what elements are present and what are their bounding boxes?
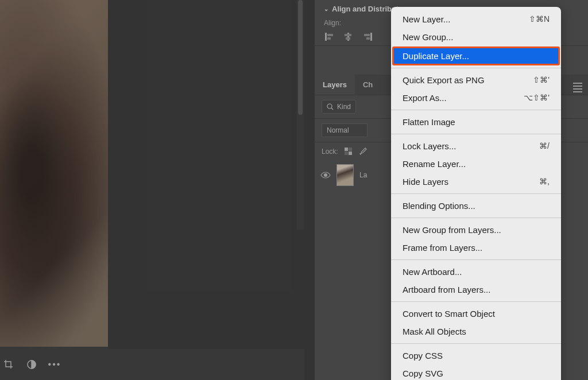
menu-separator — [391, 134, 561, 134]
svg-rect-3 — [349, 152, 352, 155]
menu-item-label: New Group from Layers... — [403, 224, 501, 236]
menu-item-new-artboard[interactable]: New Artboard... — [391, 263, 561, 281]
svg-rect-4 — [349, 148, 352, 151]
menu-item-shortcut: ⇧⌘' — [533, 75, 550, 86]
scrollbar-thumb[interactable] — [298, 0, 303, 115]
menu-item-label: Flatten Image — [403, 116, 455, 128]
menu-item-label: Convert to Smart Object — [403, 308, 495, 320]
menu-separator — [391, 259, 561, 260]
svg-point-1 — [327, 104, 332, 108]
menu-item-quick-export-as-png[interactable]: Quick Export as PNG⇧⌘' — [391, 71, 561, 89]
menu-item-frame-from-layers[interactable]: Frame from Layers... — [391, 239, 561, 257]
svg-point-6 — [324, 174, 327, 177]
lock-brush-icon[interactable] — [359, 147, 368, 156]
visibility-icon[interactable] — [320, 172, 331, 179]
menu-separator — [391, 218, 561, 218]
menu-item-label: Rename Layer... — [403, 158, 466, 170]
menu-item-label: New Group... — [403, 31, 453, 43]
align-left-icon[interactable] — [325, 33, 335, 41]
panel-menu-icon[interactable] — [573, 83, 582, 92]
canvas-background — [108, 0, 315, 380]
menu-item-mask-all-objects[interactable]: Mask All Objects — [391, 323, 561, 340]
kind-filter[interactable]: Kind — [322, 100, 356, 114]
menu-separator — [391, 343, 561, 344]
menu-item-label: Export As... — [403, 92, 447, 104]
layer-thumbnail[interactable] — [336, 164, 354, 186]
menu-item-label: Quick Export as PNG — [403, 74, 485, 86]
svg-rect-5 — [345, 152, 348, 155]
menu-item-artboard-from-layers[interactable]: Artboard from Layers... — [391, 281, 561, 298]
chevron-down-icon: ⌄ — [324, 6, 328, 12]
menu-separator — [391, 193, 561, 194]
scrollbar-vertical[interactable] — [297, 0, 304, 230]
menu-separator — [391, 110, 561, 110]
menu-item-rename-layer[interactable]: Rename Layer... — [391, 155, 561, 173]
menu-separator — [391, 301, 561, 302]
lock-label: Lock: — [322, 148, 338, 156]
lock-icons — [344, 147, 368, 156]
menu-item-export-as[interactable]: Export As...⌥⇧⌘' — [391, 89, 561, 107]
menu-item-convert-to-smart-object[interactable]: Convert to Smart Object — [391, 305, 561, 323]
more-icon[interactable]: ••• — [49, 359, 60, 370]
menu-item-label: Duplicate Layer... — [403, 50, 469, 62]
menu-item-copy-css[interactable]: Copy CSS — [391, 347, 561, 365]
menu-item-label: Blending Options... — [403, 200, 475, 212]
blend-mode-select[interactable]: Normal — [322, 123, 368, 137]
menu-item-shortcut: ⌘, — [539, 176, 550, 188]
menu-item-lock-layers[interactable]: Lock Layers...⌘/ — [391, 137, 561, 155]
tab-channels[interactable]: Ch — [355, 75, 381, 95]
canvas-image[interactable] — [0, 0, 108, 347]
menu-item-label: New Artboard... — [403, 266, 462, 278]
align-right-icon[interactable] — [362, 33, 372, 41]
menu-item-new-group-from-layers[interactable]: New Group from Layers... — [391, 221, 561, 239]
layers-context-menu: New Layer...⇧⌘NNew Group...Duplicate Lay… — [391, 7, 561, 380]
menu-item-hide-layers[interactable]: Hide Layers⌘, — [391, 173, 561, 191]
tab-layers[interactable]: Layers — [315, 75, 355, 95]
svg-rect-2 — [345, 148, 348, 151]
menu-item-label: Hide Layers — [403, 176, 448, 188]
menu-item-flatten-image[interactable]: Flatten Image — [391, 113, 561, 131]
menu-item-shortcut: ⌥⇧⌘' — [524, 92, 550, 104]
align-label: Align: — [324, 19, 341, 27]
contrast-icon[interactable] — [26, 359, 37, 370]
menu-separator — [391, 68, 561, 68]
bottom-toolbar: ••• — [0, 349, 304, 380]
align-center-h-icon[interactable] — [343, 33, 354, 41]
layer-name[interactable]: La — [359, 171, 367, 179]
menu-item-label: Copy CSS — [403, 350, 443, 362]
crop-icon[interactable] — [3, 359, 14, 370]
menu-item-label: Lock Layers... — [403, 140, 456, 152]
menu-item-label: New Layer... — [403, 13, 450, 25]
menu-item-shortcut: ⇧⌘N — [529, 14, 550, 25]
menu-item-shortcut: ⌘/ — [539, 141, 550, 152]
menu-item-new-group[interactable]: New Group... — [391, 28, 561, 46]
kind-label: Kind — [337, 103, 351, 111]
menu-item-copy-svg[interactable]: Copy SVG — [391, 365, 561, 380]
menu-item-duplicate-layer[interactable]: Duplicate Layer... — [393, 47, 559, 65]
menu-item-label: Copy SVG — [403, 367, 443, 379]
menu-item-new-layer[interactable]: New Layer...⇧⌘N — [391, 10, 561, 28]
menu-item-label: Frame from Layers... — [403, 242, 482, 254]
menu-item-blending-options[interactable]: Blending Options... — [391, 197, 561, 215]
menu-item-label: Mask All Objects — [403, 325, 466, 338]
menu-item-label: Artboard from Layers... — [403, 284, 490, 296]
lock-transparency-icon[interactable] — [344, 147, 353, 156]
